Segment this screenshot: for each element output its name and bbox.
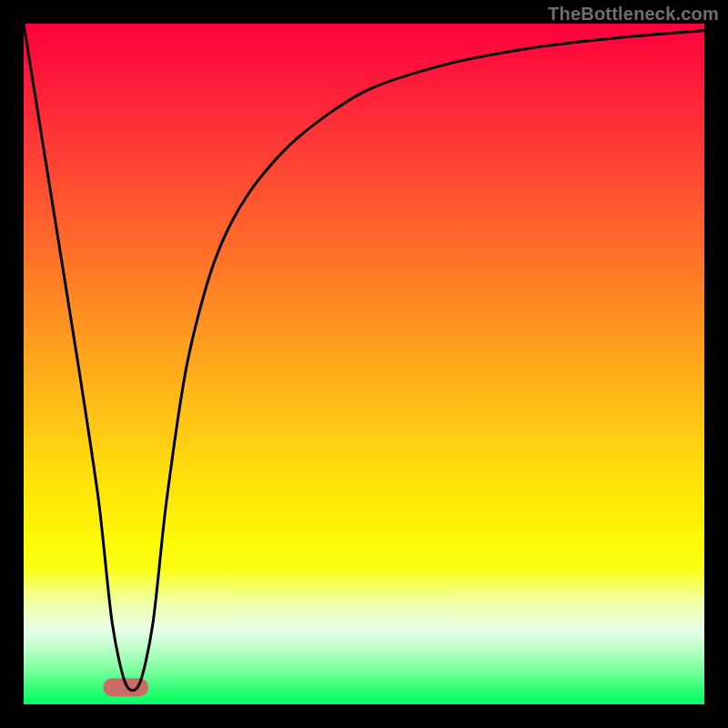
chart-layers [24,24,704,691]
bottleneck-curve [24,24,704,691]
watermark-text: TheBottleneck.com [548,4,719,25]
chart-svg [24,24,704,704]
plot-area [24,24,704,704]
chart-frame [24,24,704,704]
